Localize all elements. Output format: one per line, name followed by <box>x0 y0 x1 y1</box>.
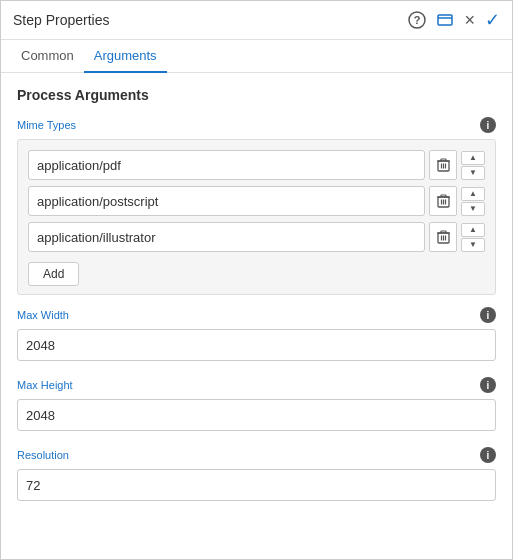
window-title: Step Properties <box>13 12 110 28</box>
tab-arguments[interactable]: Arguments <box>84 40 167 73</box>
max-height-label: Max Height <box>17 379 73 391</box>
svg-rect-2 <box>438 15 452 25</box>
resize-icon[interactable] <box>436 11 454 29</box>
confirm-icon[interactable]: ✓ <box>485 9 500 31</box>
section-title: Process Arguments <box>17 87 496 103</box>
max-height-input[interactable] <box>17 399 496 431</box>
max-width-info-icon[interactable]: i <box>480 307 496 323</box>
mime-input-1[interactable] <box>28 186 425 216</box>
close-icon[interactable]: × <box>464 10 475 31</box>
move-up-1-button[interactable]: ▲ <box>461 187 485 201</box>
mime-row: ▲ ▼ <box>28 222 485 252</box>
mime-input-0[interactable] <box>28 150 425 180</box>
delete-mime-2-button[interactable] <box>429 222 457 252</box>
move-up-2-button[interactable]: ▲ <box>461 223 485 237</box>
updown-btns-0: ▲ ▼ <box>461 151 485 180</box>
move-down-2-button[interactable]: ▼ <box>461 238 485 252</box>
updown-btns-1: ▲ ▼ <box>461 187 485 216</box>
mime-types-info-icon[interactable]: i <box>480 117 496 133</box>
mime-types-container: ▲ ▼ ▲ ▼ <box>17 139 496 295</box>
tabs-bar: Common Arguments <box>1 40 512 73</box>
header-icons: ? × ✓ <box>408 9 500 31</box>
delete-mime-0-button[interactable] <box>429 150 457 180</box>
header: Step Properties ? × ✓ <box>1 1 512 40</box>
resolution-label: Resolution <box>17 449 69 461</box>
max-height-info-icon[interactable]: i <box>480 377 496 393</box>
tab-common[interactable]: Common <box>11 40 84 73</box>
resolution-info-icon[interactable]: i <box>480 447 496 463</box>
mime-types-label: Mime Types <box>17 119 76 131</box>
content-area: Process Arguments Mime Types i ▲ ▼ <box>1 73 512 531</box>
mime-input-2[interactable] <box>28 222 425 252</box>
move-down-1-button[interactable]: ▼ <box>461 202 485 216</box>
delete-mime-1-button[interactable] <box>429 186 457 216</box>
svg-text:?: ? <box>414 14 421 26</box>
move-down-0-button[interactable]: ▼ <box>461 166 485 180</box>
help-icon[interactable]: ? <box>408 11 426 29</box>
mime-row: ▲ ▼ <box>28 186 485 216</box>
max-height-label-row: Max Height i <box>17 377 496 393</box>
resolution-group: Resolution i <box>17 447 496 513</box>
mime-row: ▲ ▼ <box>28 150 485 180</box>
max-width-label-row: Max Width i <box>17 307 496 323</box>
resolution-label-row: Resolution i <box>17 447 496 463</box>
add-mime-button[interactable]: Add <box>28 262 79 286</box>
move-up-0-button[interactable]: ▲ <box>461 151 485 165</box>
resolution-input[interactable] <box>17 469 496 501</box>
mime-types-label-row: Mime Types i <box>17 117 496 133</box>
max-width-label: Max Width <box>17 309 69 321</box>
updown-btns-2: ▲ ▼ <box>461 223 485 252</box>
max-width-group: Max Width i <box>17 307 496 373</box>
max-height-group: Max Height i <box>17 377 496 443</box>
max-width-input[interactable] <box>17 329 496 361</box>
